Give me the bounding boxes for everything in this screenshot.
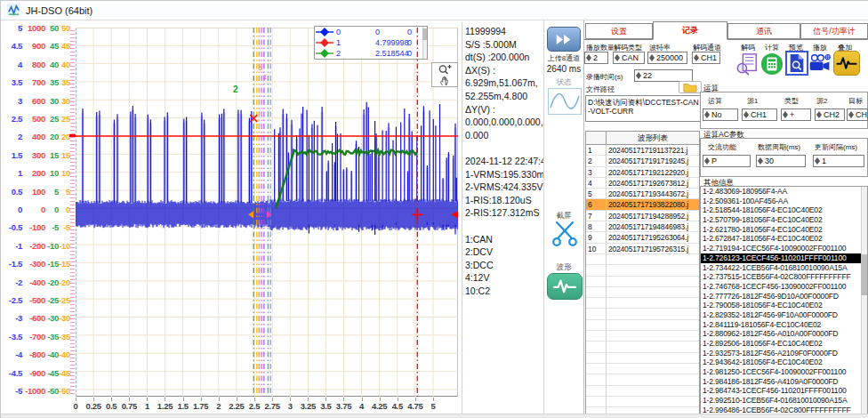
op-field-op[interactable]: No bbox=[703, 109, 738, 121]
decode-button[interactable] bbox=[735, 52, 759, 76]
other-info-scrollbar[interactable] bbox=[861, 187, 867, 414]
y-tick-label: 4.5 bbox=[1, 41, 22, 51]
wave-list-row[interactable] bbox=[586, 287, 699, 298]
wave-list-row[interactable] bbox=[586, 298, 699, 309]
other-info-list[interactable]: 1-2.483069-180956F4-AA1-2.509361-100AF45… bbox=[700, 186, 868, 415]
tab-settings[interactable]: 设置 bbox=[585, 23, 653, 39]
y-axis-tick-row: -2-400-20-20 bbox=[1, 277, 70, 287]
ac-field-interval[interactable]: 1 bbox=[813, 155, 864, 167]
waveform-button[interactable] bbox=[547, 273, 583, 300]
tab-record[interactable]: 记录 bbox=[653, 21, 727, 40]
other-info-item[interactable]: 1-2.726123-1CECF456-110201FFFF001100 bbox=[701, 253, 867, 263]
wave-list-row[interactable]: 32024051717192122920.j bbox=[586, 167, 699, 178]
other-info-item[interactable]: 1-2.984186-1812F456-A4109A0F0000FD bbox=[701, 377, 867, 387]
y-tick-label: -200 bbox=[22, 241, 45, 251]
other-info-item[interactable]: 1-2.932573-1812F456-A2109F0F0000FD bbox=[701, 349, 867, 358]
ac-field-period[interactable]: 30 bbox=[756, 155, 806, 167]
preview-button[interactable] bbox=[785, 51, 808, 76]
wave-list-row[interactable] bbox=[586, 386, 699, 397]
wave-list-row[interactable] bbox=[586, 364, 699, 374]
legend-row[interactable]: 1 4.799998 0 bbox=[315, 37, 427, 48]
wave-list-row[interactable]: 52024051717193443672.j bbox=[586, 189, 699, 199]
other-info-item[interactable]: 1-2.672847-181056F4-EC10C40E02 bbox=[701, 234, 867, 244]
other-info-item[interactable]: 1-2.509361-100AF456-AA bbox=[701, 197, 867, 206]
zoom-in-icon[interactable] bbox=[438, 64, 452, 75]
wave-list-row[interactable] bbox=[586, 309, 699, 319]
wave-list-row[interactable] bbox=[586, 331, 699, 342]
other-info-item[interactable]: 1-2.992510-1CEB56F4-016810010090A15A bbox=[701, 396, 867, 406]
other-info-item[interactable]: 1-2.841119-181056F4-EC10C40E02 bbox=[701, 320, 867, 330]
other-info-item[interactable]: 1-2.984743-1CECF456-110201FFFF001100 bbox=[701, 386, 867, 396]
legend-row[interactable]: 2 2.518544 0 bbox=[315, 48, 427, 59]
zoom-tools[interactable] bbox=[431, 62, 458, 87]
wave-list-row[interactable]: 72024051717194288952.j bbox=[586, 211, 699, 221]
wave-list-table[interactable]: 波形列表 12024051717191137221.j2202405171719… bbox=[585, 131, 700, 415]
pan-hand-icon[interactable] bbox=[439, 76, 450, 86]
decode-type-field[interactable]: CAN bbox=[613, 52, 645, 64]
wave-list-row[interactable]: 102024051717195726315.j bbox=[586, 244, 699, 254]
screenshot-button[interactable] bbox=[551, 220, 579, 246]
baud-rate-field[interactable]: 250000 bbox=[647, 52, 687, 64]
wave-list-row[interactable] bbox=[586, 254, 699, 265]
y-axis-tick-row: -2.5-500-25-25 bbox=[1, 295, 70, 305]
y-tick-label: -10 bbox=[59, 241, 70, 251]
legend-scrollbar[interactable] bbox=[422, 27, 427, 60]
legend-row[interactable]: 3 bbox=[315, 59, 427, 60]
wave-list-row[interactable]: 82024051717194846983.j bbox=[586, 221, 699, 232]
wave-list-row[interactable] bbox=[586, 277, 699, 287]
other-info-item[interactable]: 1-2.790058-181056F4-EC10C40E02 bbox=[701, 301, 867, 310]
status-waveform-thumbnail[interactable] bbox=[548, 88, 582, 115]
plot-legend[interactable]: 0 0 0 1 4.799998 0 2 2.518544 0 3 bbox=[314, 26, 428, 60]
other-info-item[interactable]: 1-2.981250-1CEC56F4-10090002FF001100 bbox=[701, 367, 867, 377]
wave-list-row[interactable] bbox=[586, 342, 699, 352]
other-info-item[interactable]: 1-2.746768-1CECF456-13090002FF001100 bbox=[701, 282, 867, 292]
tab-signal-power[interactable]: 信号/功率计 bbox=[800, 23, 868, 39]
op-field-src2[interactable]: CH2 bbox=[815, 109, 845, 121]
other-info-item[interactable]: 1-2.737515-1CEB56F4-02C800FFFFFFFFFF bbox=[701, 272, 867, 282]
op-field-target[interactable]: CH2 bbox=[847, 109, 868, 121]
op-field-type[interactable]: + bbox=[781, 109, 811, 121]
wave-list-row[interactable]: 22024051717191719245.j bbox=[586, 156, 699, 166]
tab-comm[interactable]: 通讯 bbox=[727, 23, 800, 39]
other-info-item[interactable]: 1-2.518544-181056F4-EC10C40E02 bbox=[701, 205, 867, 215]
info-line: 0.000,0.000,0.000, bbox=[465, 116, 543, 129]
file-path-value[interactable]: D:\快速访问资料\DCCTEST-CAN-VOLT-CURR bbox=[585, 95, 701, 122]
playback-count-field[interactable]: 2 bbox=[584, 52, 608, 64]
other-info-item[interactable]: 1-2.621780-181056F4-EC10C40E02 bbox=[701, 225, 867, 235]
other-info-item[interactable]: 1-2.719194-1CEC56F4-10090002FF001100 bbox=[701, 244, 867, 253]
op-field-src1[interactable]: CH1 bbox=[742, 109, 777, 121]
other-info-item[interactable]: 1-2.829352-1812F456-9F10A00F0000FD bbox=[701, 310, 867, 320]
other-info-item[interactable]: 1-2.943642-181056F4-EC10C40E02 bbox=[701, 358, 867, 367]
other-info-item[interactable]: 1-2.880962-1812F456-A010A00F0000FD bbox=[701, 329, 867, 339]
other-info-item[interactable]: 1-2.777726-1812F456-9D10A00F0000FD bbox=[701, 292, 867, 301]
decode-channel-field[interactable]: CH1 bbox=[692, 52, 720, 64]
fast-forward-button[interactable] bbox=[547, 27, 581, 52]
wave-list-row[interactable]: 42024051717192673812.j bbox=[586, 178, 699, 189]
other-info-item[interactable]: 1-2.892506-181056F4-EC10C40E02 bbox=[701, 339, 867, 349]
operation-groupbox: 运算 源1 类型 源2 目标 No CH1 + CH2 CH2 bbox=[700, 92, 868, 129]
other-info-item[interactable]: 1-2.570799-181056F4-EC10C40E02 bbox=[701, 215, 867, 225]
other-info-item[interactable]: 1-2.734422-1CEB56F4-016810010090A15A bbox=[701, 263, 867, 273]
overlay-button[interactable] bbox=[833, 51, 860, 76]
record-time-field[interactable]: 22 bbox=[634, 69, 693, 82]
wave-list-row[interactable] bbox=[586, 320, 699, 331]
ac-field-func[interactable]: P bbox=[703, 155, 751, 167]
y-tick-label: -15 bbox=[45, 259, 59, 269]
wave-list-row[interactable]: 92024051717195263064.j bbox=[586, 232, 699, 243]
wave-list-row[interactable]: 62024051717193822080.j bbox=[586, 199, 699, 210]
wave-list-row[interactable] bbox=[586, 353, 699, 364]
wave-list-header: 波形列表 bbox=[586, 132, 699, 145]
wave-list-row[interactable] bbox=[586, 374, 699, 385]
other-info-item[interactable]: 1-2.483069-180956F4-AA bbox=[701, 187, 867, 197]
calculate-button[interactable] bbox=[760, 52, 784, 76]
wave-list-row[interactable]: 12024051717191137221.j bbox=[586, 145, 699, 156]
legend-marker bbox=[315, 38, 334, 47]
plot-area[interactable] bbox=[76, 28, 458, 397]
wave-list-row[interactable] bbox=[586, 397, 699, 407]
bottom-scrollbar[interactable] bbox=[1, 414, 868, 418]
y-tick-label: -2 bbox=[1, 277, 22, 287]
play-button[interactable] bbox=[808, 52, 832, 76]
browse-folder-button[interactable] bbox=[679, 81, 702, 93]
legend-row[interactable]: 0 0 0 bbox=[315, 27, 427, 37]
wave-list-row[interactable] bbox=[586, 265, 699, 276]
